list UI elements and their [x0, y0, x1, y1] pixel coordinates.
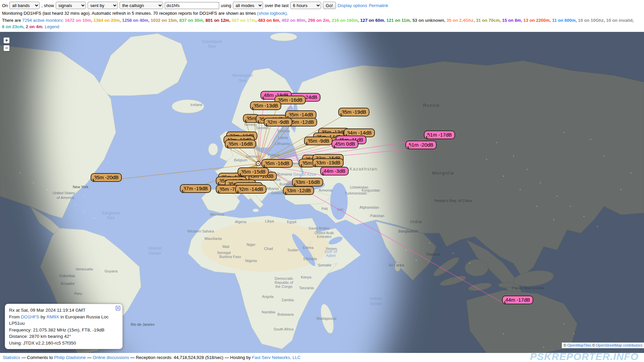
reception-balloon[interactable]: 35m -20dB: [91, 173, 122, 182]
zoom-out-button[interactable]: −: [3, 45, 10, 51]
footer-link[interactable]: Fast Serv Networks, LLC: [252, 355, 301, 360]
reception-balloon[interactable]: 35m -16dB: [225, 140, 256, 148]
reception-balloon[interactable]: 35m -13dB: [250, 101, 281, 110]
close-icon[interactable]: ✕: [116, 306, 120, 310]
on-label: On: [2, 3, 8, 8]
band-count: 2 on 4m: [26, 24, 42, 29]
reception-balloon[interactable]: 45m 0dB: [332, 140, 358, 148]
band-count: 483 on 6m: [258, 18, 279, 23]
band-count: 402 on 80m: [282, 18, 305, 23]
show-label: , show: [41, 3, 54, 8]
permalink-link[interactable]: Permalink: [369, 3, 388, 8]
modes-select[interactable]: all modes: [233, 2, 263, 9]
reception-balloon[interactable]: 33m -19dB: [312, 158, 344, 167]
using-label: using: [221, 3, 231, 8]
band-count: 10 on invalid: [606, 18, 633, 23]
display-options-link[interactable]: Display options: [338, 3, 367, 8]
band-count: 567 on 17m: [232, 18, 255, 23]
band-count: 35 on 2.4Ghz: [447, 18, 474, 23]
band-count: 121 on 11m: [387, 18, 410, 23]
footer-link[interactable]: Statistics: [3, 355, 20, 360]
sentby-select[interactable]: sent by: [88, 2, 118, 9]
band-count: 216 on 160m: [332, 18, 358, 23]
rx-callsign-link[interactable]: RM9X: [47, 314, 59, 319]
popup-distance: Distance: 2870 km bearing 42°: [9, 333, 118, 340]
band-count: 10 on 10Ghz: [578, 18, 604, 23]
reception-balloon[interactable]: 32m -9dB: [264, 118, 292, 126]
band-count: 801 on 12m: [205, 18, 229, 23]
band-select[interactable]: all bands: [9, 2, 40, 9]
signals-select[interactable]: signals: [56, 2, 86, 9]
reception-balloon[interactable]: 33m -12dB: [283, 186, 314, 195]
reception-balloon[interactable]: 37m -19dB: [180, 184, 211, 193]
overlast-label: over the last: [265, 3, 289, 8]
popup-from-line: From DO1HFS by RM9X in European Russia L…: [9, 314, 118, 327]
show-logbook-link[interactable]: (show logbook): [257, 11, 287, 16]
footer-text-segment: —: [86, 355, 93, 360]
reception-balloon[interactable]: 35m -16dB: [261, 159, 293, 168]
reception-balloon[interactable]: 51m -20dB: [405, 141, 437, 149]
reception-balloon[interactable]: 35m -15dB: [238, 167, 269, 176]
band-count: 1384 on 20m: [93, 18, 119, 23]
go-button[interactable]: Go!: [323, 2, 336, 9]
reception-balloon[interactable]: 44m -17dB: [502, 296, 533, 304]
band-count: 1672 on 10m: [65, 18, 91, 23]
band-count: 13 on 2200m: [524, 18, 550, 23]
monitoring-status: Monitoring DO1HFS (last heard 32 mins ag…: [0, 10, 644, 16]
monitors-line2: 6 on 23cm, 2 on 4m. Legend: [2, 24, 59, 29]
tx-callsign-link[interactable]: DO1HFS: [21, 314, 39, 319]
reception-balloon[interactable]: 51m -17dB: [424, 131, 455, 139]
period-select[interactable]: 6 hours: [290, 2, 321, 9]
footer-link[interactable]: Philip Gladstone: [54, 355, 86, 360]
active-monitors-link[interactable]: 7294 active monitors: [22, 18, 62, 23]
popup-from-mid: by: [39, 314, 47, 319]
legend-link[interactable]: Legend: [45, 24, 59, 29]
attribution-link[interactable]: OpenMapTiles: [567, 343, 591, 347]
query-bar: On all bands , show signals sent by the …: [0, 0, 644, 10]
reception-balloon[interactable]: 35m -9dB: [304, 137, 333, 145]
top-toolbar: On all bands , show signals sent by the …: [0, 0, 644, 32]
popup-from-pre: From: [9, 314, 21, 319]
watermark: PSKREPORTER.INFO: [530, 351, 639, 362]
band-count: 298 on 2m: [308, 18, 329, 23]
band-count: 31 on 70cm: [476, 18, 500, 23]
attribution-link[interactable]: OpenStreetMap contributors: [596, 343, 642, 347]
footer-link[interactable]: Online discussions: [93, 355, 129, 360]
reception-balloon[interactable]: 44m -3dB: [320, 167, 349, 175]
band-count: 1258 on 40m: [122, 18, 148, 23]
callsign-mode-select[interactable]: the callsign: [119, 2, 163, 9]
zoom-in-button[interactable]: +: [3, 37, 10, 44]
footer-text-segment: — Comments to: [20, 355, 54, 360]
popup-frequency: Frequency: 21.075.382 MHz (15m), FT8, -1…: [9, 327, 118, 333]
monitors-line: There are 7294 active monitors: 1672 on …: [2, 18, 634, 23]
callsign-input[interactable]: [165, 2, 219, 9]
band-count: 127 on 60m: [360, 18, 384, 23]
reception-report-popup: ✕ Rx at Sat, 09 Mar 2024 11:19:14 GMT Fr…: [5, 304, 123, 349]
popup-rx-time: Rx at Sat, 09 Mar 2024 11:19:14 GMT: [9, 307, 118, 314]
band-count: 6 on 23cm: [2, 24, 23, 29]
reception-balloon[interactable]: 32m -14dB: [235, 185, 266, 194]
band-count: 15 on 8m: [502, 18, 521, 23]
status-text-end: .: [287, 11, 288, 16]
band-count: 53 on unknown: [412, 18, 444, 23]
band-count: 11 on 600m: [552, 18, 576, 23]
map-zoom-controls: + −: [3, 37, 10, 53]
popup-software: Using: JTDX v2.2.160-rc5 57f350: [9, 340, 118, 347]
world-map[interactable]: GreenlandSeaNorwegianSeaSargassoSeaAtlan…: [0, 32, 644, 353]
band-count: 1032 on 15m: [151, 18, 177, 23]
reception-balloon[interactable]: 35m -19dB: [338, 108, 369, 116]
footer-text-segment: — Reception records: 44,718,524,928 (518…: [129, 355, 252, 360]
active-monitors-line: There are 7294 active monitors: 1672 on …: [0, 16, 644, 30]
map-attribution: © OpenMapTiles © OpenStreetMap contribut…: [562, 343, 644, 348]
status-text: Monitoring DO1HFS (last heard 32 mins ag…: [2, 11, 257, 16]
reception-balloon[interactable]: 33m -16dB: [292, 178, 323, 187]
band-count: 837 on 30m: [179, 18, 203, 23]
transmitter-marker[interactable]: [256, 161, 261, 166]
